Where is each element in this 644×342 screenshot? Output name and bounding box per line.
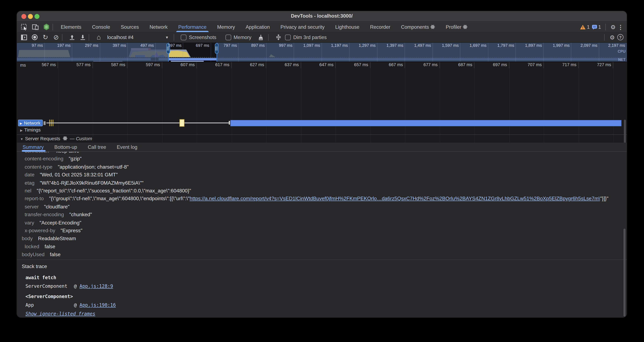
tab-network[interactable]: Network	[144, 22, 173, 32]
record-and-reload-icon[interactable]: ↻	[42, 34, 49, 41]
flame-chart[interactable]: ms 567 ms577 ms587 ms597 ms607 ms617 ms6…	[17, 62, 627, 143]
ruler-label: 707 ms	[509, 62, 544, 68]
property-value: ReadableStream	[38, 236, 76, 241]
memory-checkbox-label[interactable]: Memory	[225, 34, 251, 40]
timeline-overview[interactable]: 97 ms197 ms297 ms397 ms497 ms597 ms697 m…	[17, 43, 627, 62]
property-value: "{\"report_to\":\"cf-nel\",\"success_fra…	[37, 188, 191, 194]
property-row: report-to"{\"group\":\"cf-nel\",\"max_ag…	[17, 195, 627, 203]
gridline	[544, 62, 544, 143]
stack-trace-divider	[17, 259, 627, 260]
frame-function: ServerComponent	[26, 284, 74, 289]
kebab-menu-icon[interactable]: ⋮	[618, 24, 624, 30]
property-value: false	[44, 244, 55, 249]
clear-icon[interactable]: ⊘	[52, 34, 60, 41]
property-name[interactable]: bodyUsed	[22, 252, 44, 257]
gridline	[162, 62, 162, 143]
tab-sources[interactable]: Sources	[115, 22, 144, 32]
network-collapsed-line	[46, 122, 230, 123]
tab-profiler[interactable]: Profiler	[440, 22, 473, 32]
property-name[interactable]: connection	[25, 152, 49, 154]
network-track-grip[interactable]	[44, 121, 46, 125]
property-row: server"cloudflare"	[17, 203, 627, 211]
cpu-lane-label: CPU	[618, 49, 626, 54]
network-track-label[interactable]: ▶Network	[18, 120, 43, 126]
issues-badge[interactable]: 1	[592, 24, 601, 30]
network-request-bar[interactable]	[230, 120, 621, 126]
report-url-link[interactable]: https://a.nel.cloudflare.com/report/v4?s…	[190, 196, 600, 202]
gridline	[127, 62, 128, 143]
property-name[interactable]: locked	[25, 244, 39, 249]
tab-console[interactable]: Console	[87, 22, 116, 32]
overview-ruler-label: 1,897 ms	[516, 43, 544, 62]
ruler-label: 637 ms	[266, 62, 301, 68]
tab-label: Application	[246, 24, 270, 30]
save-profile-icon[interactable]	[79, 34, 86, 41]
tab-recorder[interactable]: Recorder	[365, 22, 396, 32]
devtools-window: DevTools - localhost:3000/ ElementsConso…	[17, 11, 627, 317]
property-name[interactable]: date	[25, 172, 34, 178]
gridline	[266, 62, 266, 143]
property-name[interactable]: server	[25, 204, 39, 210]
settings-gear-icon[interactable]: ⚙	[610, 24, 616, 30]
details-scrollbar-thumb[interactable]	[624, 229, 626, 317]
network-request-block[interactable]	[180, 119, 184, 127]
property-name[interactable]: nel	[25, 188, 32, 194]
home-icon[interactable]: ⌂	[95, 34, 102, 41]
dim-3rd-parties-checkbox-label[interactable]: Dim 3rd parties	[285, 34, 327, 40]
inspect-element-icon[interactable]	[20, 23, 28, 31]
property-name[interactable]: transfer-encoding	[25, 212, 64, 217]
overview-ruler-label: 197 ms	[44, 43, 72, 62]
gridline	[301, 62, 301, 143]
details-tab-bottom-up[interactable]: Bottom-up	[54, 143, 77, 151]
network-line-cap	[229, 121, 230, 125]
property-value: "{\"group\":\"cf-nel\",\"max_age\":60480…	[49, 196, 608, 202]
stack-frame: ServerComponent@ App.js:128:9	[26, 284, 116, 289]
flame-scrollbar-thumb[interactable]	[624, 120, 626, 143]
screenshots-checkbox-label[interactable]: Screenshots	[181, 34, 216, 40]
property-name[interactable]: report-to	[25, 196, 44, 202]
property-name[interactable]: vary	[25, 220, 34, 225]
tab-lighthouse[interactable]: Lighthouse	[330, 22, 365, 32]
property-name[interactable]: etag	[25, 180, 34, 186]
tab-memory[interactable]: Memory	[212, 22, 240, 32]
timings-track-label[interactable]: ▶Timings	[20, 127, 41, 132]
device-toolbar-icon[interactable]	[32, 23, 39, 31]
chevron-down-icon: ▼	[165, 35, 169, 39]
source-location-link[interactable]: App.js:190:16	[80, 303, 116, 308]
load-profile-icon[interactable]	[68, 34, 76, 41]
vue-devtools-icon[interactable]	[43, 23, 50, 31]
garbage-collect-icon[interactable]	[257, 34, 264, 41]
source-location-link[interactable]: App.js:128:9	[80, 284, 113, 289]
capture-settings-gear-icon[interactable]: ⚙	[610, 34, 615, 40]
overview-ruler-label: 1,997 ms	[544, 43, 571, 62]
server-requests-track-label[interactable]: ▼Server Requests — Custom	[20, 136, 92, 141]
help-icon[interactable]: ?	[617, 34, 624, 40]
gridline	[613, 62, 614, 143]
dim-3rd-parties-checkbox[interactable]	[285, 34, 291, 40]
collapse-sections-icon[interactable]	[275, 34, 282, 41]
property-name[interactable]: content-encoding	[25, 156, 64, 162]
record-icon[interactable]	[31, 34, 38, 41]
live-metrics-panel-icon[interactable]	[20, 34, 28, 41]
show-ignore-listed-frames-link[interactable]: Show ignore-listed frames	[26, 311, 116, 317]
tab-privacy-and-security[interactable]: Privacy and security	[275, 22, 330, 32]
details-tab-call-tree[interactable]: Call tree	[88, 143, 106, 151]
warnings-badge[interactable]: 1	[580, 24, 590, 30]
warning-count: 1	[587, 24, 590, 30]
property-row: x-powered-by"Express"	[17, 227, 627, 235]
property-name[interactable]: content-type	[25, 164, 52, 170]
ruler-label: 697 ms	[474, 62, 509, 68]
tab-label: Elements	[61, 24, 82, 30]
property-row: bodyUsedfalse	[17, 251, 627, 259]
memory-checkbox[interactable]	[225, 34, 231, 40]
property-name[interactable]: x-powered-by	[25, 228, 55, 233]
tab-application[interactable]: Application	[240, 22, 275, 32]
property-name[interactable]: body	[22, 236, 33, 241]
stack-trace: await fetchServerComponent@ App.js:128:9…	[26, 275, 116, 317]
tab-performance[interactable]: Performance	[173, 22, 212, 32]
tab-elements[interactable]: Elements	[56, 22, 87, 32]
profile-select[interactable]: localhost #4 ▼	[107, 34, 169, 40]
details-tab-event-log[interactable]: Event log	[117, 143, 138, 151]
screenshots-checkbox[interactable]	[181, 34, 186, 40]
tab-components[interactable]: Components	[396, 22, 440, 32]
